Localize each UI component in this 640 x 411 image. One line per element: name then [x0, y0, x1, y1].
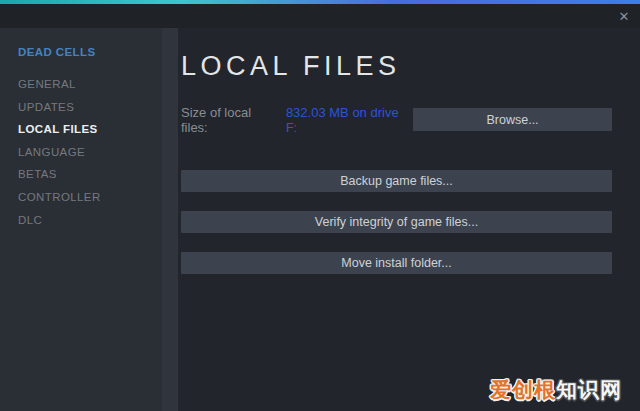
watermark-orange-text: 爱创根 — [490, 378, 556, 401]
verify-integrity-button[interactable]: Verify integrity of game files... — [181, 211, 612, 233]
sidebar-content-divider — [162, 28, 178, 411]
action-buttons-group: Backup game files... Verify integrity of… — [181, 170, 612, 274]
local-files-panel: LOCAL FILES Size of local files: 832.03 … — [178, 28, 640, 411]
watermark-white-text: 知识网 — [556, 378, 622, 401]
window-titlebar: ✕ — [0, 4, 640, 28]
steam-properties-window: ✕ DEAD CELLS GENERAL UPDATES LOCAL FILES… — [0, 0, 640, 411]
close-icon[interactable]: ✕ — [612, 4, 636, 28]
sidebar-item-general[interactable]: GENERAL — [18, 73, 162, 96]
watermark: 爱创根知识网 — [490, 376, 622, 404]
sidebar-item-updates[interactable]: UPDATES — [18, 96, 162, 119]
sidebar-item-dlc[interactable]: DLC — [18, 209, 162, 232]
sidebar-item-language[interactable]: LANGUAGE — [18, 141, 162, 164]
sidebar-item-controller[interactable]: CONTROLLER — [18, 186, 162, 209]
size-of-local-files-row: Size of local files: 832.03 MB on drive … — [181, 108, 612, 131]
page-title: LOCAL FILES — [181, 51, 612, 82]
sidebar: DEAD CELLS GENERAL UPDATES LOCAL FILES L… — [0, 28, 162, 411]
move-install-folder-button[interactable]: Move install folder... — [181, 252, 612, 274]
window-body: DEAD CELLS GENERAL UPDATES LOCAL FILES L… — [0, 28, 640, 411]
size-value: 832.03 MB on drive F: — [286, 105, 413, 135]
sidebar-item-betas[interactable]: BETAS — [18, 163, 162, 186]
sidebar-nav: GENERAL UPDATES LOCAL FILES LANGUAGE BET… — [18, 73, 162, 231]
game-title: DEAD CELLS — [18, 43, 162, 61]
browse-button[interactable]: Browse... — [413, 108, 612, 131]
size-label: Size of local files: — [181, 105, 281, 135]
sidebar-item-local-files[interactable]: LOCAL FILES — [18, 118, 162, 141]
backup-game-files-button[interactable]: Backup game files... — [181, 170, 612, 192]
